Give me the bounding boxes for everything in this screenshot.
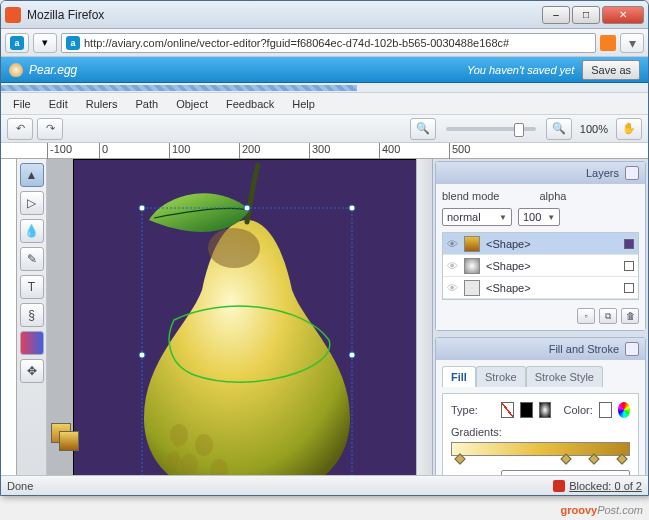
- gradient-editor[interactable]: [451, 442, 630, 456]
- pan-button[interactable]: ✋: [616, 118, 642, 140]
- color-swatches[interactable]: [51, 423, 79, 451]
- artwork-pear: [74, 160, 416, 475]
- adblock-indicator[interactable]: Blocked: 0 of 2: [553, 480, 642, 492]
- menu-help[interactable]: Help: [284, 95, 323, 113]
- ruler-tick: 200: [239, 143, 309, 159]
- text-tool[interactable]: T: [20, 275, 44, 299]
- ruler-tick: 0: [99, 143, 169, 159]
- layer-thumb-icon: [464, 258, 480, 274]
- menu-edit[interactable]: Edit: [41, 95, 76, 113]
- loading-progress: [1, 83, 648, 93]
- vertical-scrollbar[interactable]: [416, 159, 432, 475]
- fill-gradient-swatch[interactable]: [539, 402, 552, 418]
- ruler-tick: 100: [169, 143, 239, 159]
- canvas-area: [47, 159, 432, 475]
- canvas[interactable]: [73, 159, 416, 475]
- svg-point-9: [139, 352, 145, 358]
- filename: Pear.egg: [29, 63, 467, 77]
- layer-color-swatch[interactable]: [624, 261, 634, 271]
- fill-stroke-tabs: Fill Stroke Stroke Style: [442, 366, 639, 387]
- layer-color-swatch[interactable]: [624, 283, 634, 293]
- zoom-slider[interactable]: [446, 127, 536, 131]
- app-header: Pear.egg You haven't saved yet Save as: [1, 57, 648, 83]
- svg-point-11: [170, 424, 188, 446]
- nav-toolbar: a ▾ a http://aviary.com/online/vector-ed…: [1, 29, 648, 57]
- layer-name: <Shape>: [486, 282, 618, 294]
- adblock-icon: [553, 480, 565, 492]
- layer-item[interactable]: 👁 <Shape>: [443, 255, 638, 277]
- brush-tool[interactable]: ✎: [20, 247, 44, 271]
- menu-rulers[interactable]: Rulers: [78, 95, 126, 113]
- redo-button[interactable]: ↷: [37, 118, 63, 140]
- rss-icon[interactable]: [600, 35, 616, 51]
- statusbar: Done Blocked: 0 of 2: [1, 475, 648, 495]
- address-bar[interactable]: a http://aviary.com/online/vector-editor…: [61, 33, 596, 53]
- color-swatch[interactable]: [599, 402, 612, 418]
- window-title: Mozilla Firefox: [27, 8, 542, 22]
- eyedropper-tool[interactable]: 💧: [20, 219, 44, 243]
- watermark: groovyPost.com: [560, 502, 643, 518]
- svg-point-1: [208, 228, 260, 268]
- ruler-tick: 500: [449, 143, 519, 159]
- home-button[interactable]: ▾: [620, 33, 644, 53]
- collapse-icon[interactable]: [625, 166, 639, 180]
- svg-point-3: [139, 205, 145, 211]
- transform-tool[interactable]: ✥: [20, 359, 44, 383]
- undo-button[interactable]: ↶: [7, 118, 33, 140]
- new-layer-button[interactable]: ▫: [577, 308, 595, 324]
- zoom-in-button[interactable]: 🔍: [546, 118, 572, 140]
- svg-point-15: [167, 451, 181, 469]
- svg-point-12: [195, 434, 213, 456]
- layers-title: Layers: [586, 167, 619, 179]
- gradient-tool[interactable]: [20, 331, 44, 355]
- layers-panel: Layers blend mode alpha normal▼ 100▼ 👁: [435, 161, 646, 331]
- fill-solid-swatch[interactable]: [520, 402, 533, 418]
- status-text: Done: [7, 480, 33, 492]
- delete-layer-button[interactable]: 🗑: [621, 308, 639, 324]
- zoom-out-button[interactable]: 🔍: [410, 118, 436, 140]
- menu-feedback[interactable]: Feedback: [218, 95, 282, 113]
- aviary-app-icon[interactable]: a: [5, 33, 29, 53]
- ruler-tick: 300: [309, 143, 379, 159]
- minimize-button[interactable]: –: [542, 6, 570, 24]
- tab-stroke-style[interactable]: Stroke Style: [526, 366, 603, 387]
- blend-mode-select[interactable]: normal▼: [442, 208, 512, 226]
- duplicate-layer-button[interactable]: ⧉: [599, 308, 617, 324]
- layer-thumb-icon: [464, 280, 480, 296]
- menu-object[interactable]: Object: [168, 95, 216, 113]
- titlebar: Mozilla Firefox – □ ✕: [1, 1, 648, 29]
- color-label: Color:: [563, 404, 592, 416]
- alpha-label: alpha: [540, 190, 567, 202]
- spiral-tool[interactable]: §: [20, 303, 44, 327]
- visibility-icon[interactable]: 👁: [447, 238, 458, 250]
- egg-icon: [9, 63, 23, 77]
- menu-path[interactable]: Path: [128, 95, 167, 113]
- layer-thumb-icon: [464, 236, 480, 252]
- url-text: http://aviary.com/online/vector-editor?f…: [84, 37, 591, 49]
- layer-color-swatch[interactable]: [624, 239, 634, 249]
- menu-file[interactable]: File: [5, 95, 39, 113]
- color-wheel-icon[interactable]: [618, 402, 630, 418]
- dropdown-button[interactable]: ▾: [33, 33, 57, 53]
- svg-point-4: [349, 205, 355, 211]
- save-as-button[interactable]: Save as: [582, 60, 640, 80]
- blend-mode-label: blend mode: [442, 190, 500, 202]
- collapse-icon[interactable]: [625, 342, 639, 356]
- right-panels: Layers blend mode alpha normal▼ 100▼ 👁: [432, 159, 648, 475]
- zoom-value: 100%: [576, 123, 612, 135]
- maximize-button[interactable]: □: [572, 6, 600, 24]
- layer-item[interactable]: 👁 <Shape>: [443, 233, 638, 255]
- fill-none-swatch[interactable]: [501, 402, 514, 418]
- layer-item[interactable]: 👁 <Shape>: [443, 277, 638, 299]
- visibility-icon[interactable]: 👁: [447, 282, 458, 294]
- alpha-select[interactable]: 100▼: [518, 208, 560, 226]
- tab-stroke[interactable]: Stroke: [476, 366, 526, 387]
- visibility-icon[interactable]: 👁: [447, 260, 458, 272]
- fill-stroke-header: Fill and Stroke: [436, 338, 645, 360]
- layers-header: Layers: [436, 162, 645, 184]
- direct-select-tool[interactable]: ▷: [20, 191, 44, 215]
- tab-fill[interactable]: Fill: [442, 366, 476, 387]
- close-button[interactable]: ✕: [602, 6, 644, 24]
- svg-point-13: [180, 454, 198, 475]
- selection-tool[interactable]: ▲: [20, 163, 44, 187]
